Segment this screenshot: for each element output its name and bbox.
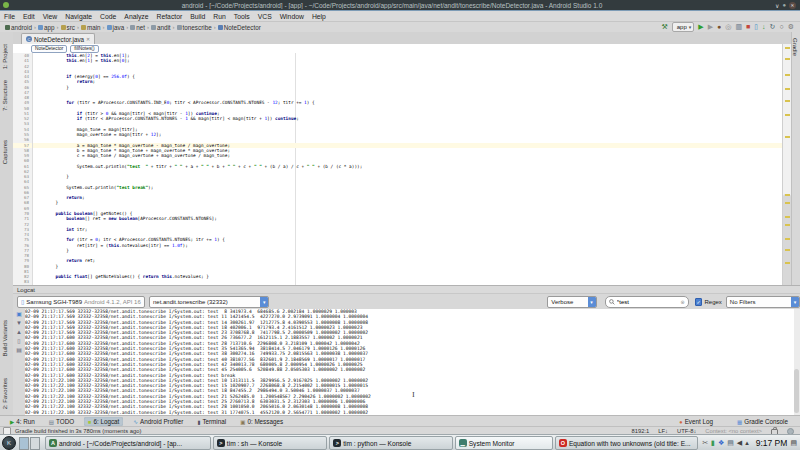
process-selector[interactable]: net.andit.tonescribe (32332) ▾ xyxy=(149,296,269,308)
breadcrumb-item-andit[interactable]: andit xyxy=(150,24,172,31)
tool-window-button----messages[interactable]: ▣0: Messages xyxy=(236,417,287,426)
logcat-search-box[interactable]: ⊗ xyxy=(605,296,689,308)
tool-window----project[interactable]: 1: Project xyxy=(2,44,8,69)
close-tab-icon[interactable]: ✕ xyxy=(86,36,90,42)
breadcrumb-item-java[interactable]: java xyxy=(106,24,126,31)
logcat-scrollbar[interactable] xyxy=(794,309,800,415)
logcat-scrollbar-thumb[interactable] xyxy=(794,369,799,413)
menu-refactor[interactable]: Refactor xyxy=(153,13,187,20)
run-icon[interactable]: ▶ xyxy=(698,23,703,31)
network-icon[interactable]: ❖ xyxy=(718,439,724,447)
inspection-mark-icon[interactable] xyxy=(785,74,790,76)
tool-window----structure[interactable]: 7: Structure xyxy=(2,80,8,111)
breadcrumb-item-src[interactable]: src xyxy=(60,24,76,31)
breadcrumb-item-main[interactable]: main xyxy=(80,24,102,31)
inspection-mark-icon[interactable] xyxy=(785,114,790,116)
button-gradle-console[interactable]: ▦Gradle Console xyxy=(733,417,792,426)
inspection-mark-icon[interactable] xyxy=(785,238,790,240)
avd-manager-icon[interactable]: ▯ xyxy=(754,23,758,31)
breadcrumb-item-app[interactable]: app xyxy=(37,24,56,31)
klipper-icon[interactable]: ✂ xyxy=(702,439,708,447)
attach-debugger-icon[interactable]: ▶ xyxy=(708,23,713,31)
task-konsole[interactable]: >tim : python — Konsole xyxy=(329,436,452,450)
device-selector[interactable]: ▯ Samsung SGH-T989 Android 4.1.2, API 16… xyxy=(17,296,145,308)
menu-view[interactable]: View xyxy=(39,13,62,20)
run-config-dropdown[interactable]: app▾ xyxy=(672,22,695,32)
inspection-mark-icon[interactable] xyxy=(785,202,790,204)
desktop-2[interactable] xyxy=(30,437,40,450)
print-icon[interactable]: ▤ xyxy=(16,347,22,353)
tool-window-button----logcat[interactable]: ■6: Logcat xyxy=(84,417,123,426)
coverage-icon[interactable]: ◎ xyxy=(725,23,731,31)
logcat-search-input[interactable] xyxy=(617,298,679,306)
clear-log-icon[interactable]: ▯ xyxy=(17,338,20,344)
inspection-mark-icon[interactable] xyxy=(785,262,790,264)
inspection-mark-icon[interactable] xyxy=(785,100,790,102)
monitor-icon[interactable]: ▥ xyxy=(735,23,742,31)
inspection-mark-icon[interactable] xyxy=(785,58,790,60)
inspection-mark-icon[interactable] xyxy=(785,136,790,138)
window-titlebar[interactable]: android - [~/Code/Projects/android] - [a… xyxy=(0,0,800,11)
code-editor[interactable]: NoteDetectorfillNotes() 40 this.en[2] = … xyxy=(13,44,792,285)
menu-navigate[interactable]: Navigate xyxy=(61,13,96,20)
tray-expand-icon[interactable]: ▴ xyxy=(745,439,749,447)
task-android-studio[interactable]: Aandroid - [~/Code/Projects/android] - [… xyxy=(45,436,211,450)
device-notifier-icon[interactable]: ▤ xyxy=(727,439,734,447)
tool-window----favorites[interactable]: 2: Favorites xyxy=(2,378,8,409)
tool-window-button-todo[interactable]: ▤TODO xyxy=(45,417,78,426)
tool-window-build-variants[interactable]: Build Variants xyxy=(2,320,8,357)
logcat-output[interactable]: I 02-09 21:17:17.569 32332-32358/net.and… xyxy=(25,309,794,415)
sync-icon[interactable]: ↻ xyxy=(770,23,776,31)
menu-window[interactable]: Window xyxy=(276,13,308,20)
tool-window-captures[interactable]: Captures xyxy=(2,140,8,164)
android-device-icon[interactable]: ▣ xyxy=(16,311,22,317)
logcat-panel-header[interactable]: Logcat xyxy=(13,285,800,294)
filter-selector[interactable]: No Filters ▾ xyxy=(726,296,800,308)
breadcrumb-item-net[interactable]: net xyxy=(129,24,146,31)
button-event-log[interactable]: ●Event Log xyxy=(675,417,717,426)
inspection-mark-icon[interactable] xyxy=(785,88,790,90)
task-opera[interactable]: OEquation with two unknowns (old title: … xyxy=(555,436,698,450)
log-level-selector[interactable]: Verbose ▾ xyxy=(547,296,596,308)
regex-checkbox[interactable]: ✓ xyxy=(695,298,703,306)
desktop-pager[interactable] xyxy=(19,437,40,450)
tool-window-button-terminal[interactable]: ▮Terminal xyxy=(193,417,230,426)
shade-window-button[interactable]: ∨ xyxy=(775,2,779,9)
tab-notedetector-java[interactable]: C NoteDetector.java ✕ xyxy=(21,33,95,44)
code-line-83[interactable]: 83 xyxy=(13,279,792,284)
inspection-mark-icon[interactable] xyxy=(785,216,790,218)
stop-icon[interactable]: ■ xyxy=(746,23,750,31)
tool-window-button-android-profiler[interactable]: ∿Android Profiler xyxy=(129,417,187,426)
breadcrumb-item-tonescribe[interactable]: tonescribe xyxy=(176,24,213,31)
menu-file[interactable]: File xyxy=(0,13,19,20)
clear-search-icon[interactable]: ⊗ xyxy=(681,299,685,305)
menu-run[interactable]: Run xyxy=(209,13,229,20)
desktop-1[interactable] xyxy=(19,437,29,450)
tool-window-gradle[interactable]: Gradle xyxy=(792,38,798,56)
up-stack-trace-icon[interactable]: ▲ xyxy=(16,329,22,335)
editor-chip-fillnotes[interactable]: fillNotes() xyxy=(70,45,98,53)
breadcrumb-item-android[interactable]: android xyxy=(4,24,33,31)
search-icon[interactable]: ○ xyxy=(779,23,783,31)
debug-icon[interactable]: ● xyxy=(717,23,721,31)
taskbar-clock[interactable]: 9:17 PM xyxy=(753,438,791,448)
volume-icon[interactable]: ◀ xyxy=(737,439,742,447)
help-window-button[interactable]: ● xyxy=(782,2,786,8)
task-konsole[interactable]: >tim : sh — Konsole xyxy=(213,436,327,450)
menu-help[interactable]: Help xyxy=(308,13,330,20)
menu-analyze[interactable]: Analyze xyxy=(120,13,152,20)
inspection-mark-icon[interactable] xyxy=(785,249,790,251)
make-project-icon[interactable]: ⚒ xyxy=(661,23,667,31)
inspection-mark-icon[interactable] xyxy=(785,194,790,196)
inspection-mark-icon[interactable] xyxy=(785,224,790,226)
menu-build[interactable]: Build xyxy=(186,13,209,20)
sdk-manager-icon[interactable]: ↓ xyxy=(762,23,766,31)
inspection-mark-icon[interactable] xyxy=(785,47,790,49)
menu-vcs[interactable]: VCS xyxy=(254,13,276,20)
menu-code[interactable]: Code xyxy=(96,13,120,20)
battery-icon[interactable]: ▮ xyxy=(711,439,715,447)
menu-edit[interactable]: Edit xyxy=(19,13,39,20)
task-system-monitor[interactable]: ▁System Monitor xyxy=(455,436,553,450)
close-window-button[interactable]: ✕ xyxy=(789,2,796,9)
settings-icon[interactable]: ⚙ xyxy=(788,23,794,31)
